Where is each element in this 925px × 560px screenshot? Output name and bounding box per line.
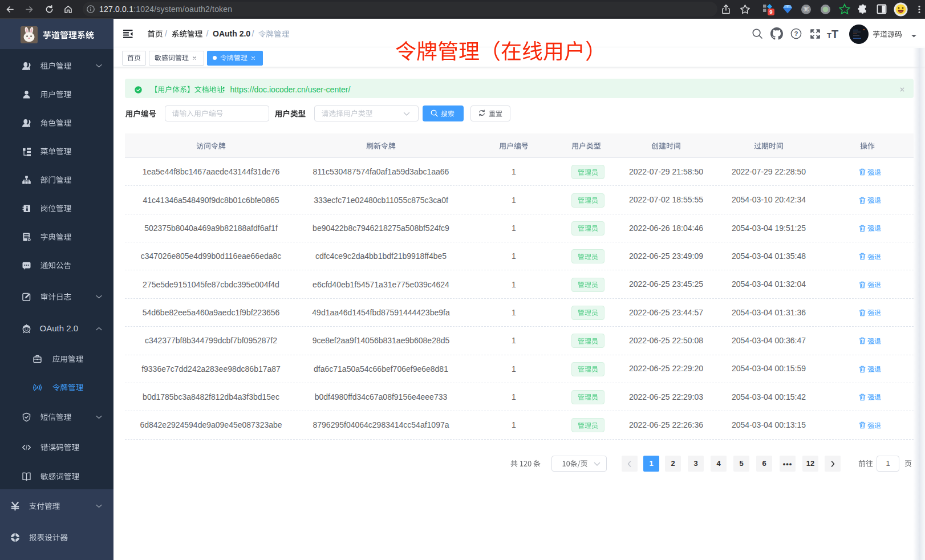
svg-text:?: ? [794, 30, 798, 37]
svg-text:⌘: ⌘ [803, 6, 809, 13]
svg-text:9: 9 [769, 9, 772, 15]
